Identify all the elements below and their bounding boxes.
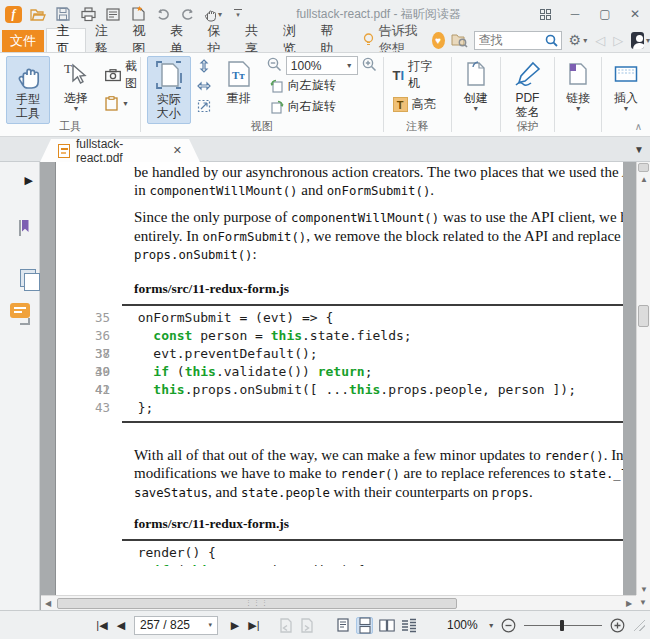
layout-switch-icon[interactable] (530, 3, 560, 25)
reflow-button[interactable]: Tт 重排 (217, 56, 261, 108)
scroll-right-icon[interactable]: ▶ (622, 599, 636, 608)
link-label: 链接 (566, 91, 590, 105)
clipboard-icon (105, 96, 118, 111)
search-icon[interactable] (545, 34, 561, 47)
window-title: fullstack-react.pdf - 福昕阅读器 (247, 6, 530, 23)
ribbon-group-link: 链接 ▼ (555, 53, 601, 136)
comments-panel-icon[interactable] (10, 303, 30, 325)
statusbar-zoom-caret[interactable]: ▼ (488, 622, 495, 629)
hand-quick-caret[interactable]: ▾ (218, 10, 222, 19)
next-view-icon[interactable] (299, 615, 314, 635)
highlight-button[interactable]: T 高亮 (390, 94, 439, 115)
zoom-in-icon[interactable] (362, 57, 377, 75)
more-tools-icon[interactable]: ▾ (229, 5, 247, 23)
vertical-scrollbar[interactable]: ▲ ▼ (636, 162, 650, 595)
first-page-button[interactable]: |◀ (92, 615, 112, 635)
redo-icon[interactable] (179, 5, 197, 23)
previous-page-button[interactable]: ◀ (112, 615, 130, 635)
minimize-icon[interactable]: ─ (560, 3, 590, 25)
gear-icon[interactable]: ⚙ (569, 32, 582, 48)
gear-caret[interactable]: ▾ (583, 36, 587, 45)
tab-close-icon[interactable]: ✕ (173, 144, 182, 157)
undo-icon[interactable] (154, 5, 172, 23)
code-listing: 69 render() {70 if (this.props.isLoading… (122, 539, 623, 566)
scroll-corner-down-icon[interactable]: ▼ (636, 595, 650, 610)
snapshot-button[interactable]: 截图 (102, 56, 140, 94)
history-forward-icon[interactable]: ▷ (613, 33, 623, 48)
window-resize-grip[interactable] (633, 619, 645, 631)
favorite-heart-icon[interactable]: ♥ (432, 32, 445, 49)
collapse-ribbon-icon[interactable]: ∧ (635, 121, 642, 132)
next-page-button[interactable]: ▶ (226, 615, 244, 635)
scroll-down-icon[interactable]: ▼ (637, 585, 650, 594)
zoom-out-icon[interactable] (267, 57, 282, 75)
save-icon[interactable] (54, 5, 72, 23)
group-label-tools: 工具 (0, 119, 140, 134)
rotate-left-button[interactable]: 向左旋转 (267, 75, 377, 96)
code-line: 35 onFormSubmit = (evt) => { (122, 309, 623, 327)
ribbon-tab-share[interactable]: 共享 (236, 28, 274, 52)
account-caret[interactable]: ▾ (646, 36, 650, 45)
zoom-combo[interactable]: 100% ▼ (286, 56, 358, 75)
continuous-facing-view-icon[interactable] (400, 617, 417, 634)
facing-view-icon[interactable] (378, 617, 395, 634)
ribbon-tab-home[interactable]: 主页 (46, 28, 86, 52)
last-page-button[interactable]: ▶| (244, 615, 264, 635)
bookmarks-panel-icon[interactable] (19, 221, 21, 235)
horizontal-scrollbar[interactable]: ◀ ⋮⋮⋮ ▶ (41, 595, 636, 610)
single-page-view-icon[interactable] (334, 617, 351, 634)
line-number: 42 (76, 381, 110, 399)
maximize-icon[interactable]: ▢ (590, 3, 620, 25)
close-icon[interactable]: ✕ (620, 3, 650, 25)
select-tool-button[interactable]: T 选择 ▼ (54, 56, 98, 115)
actual-size-button[interactable]: 实际 大小 (147, 56, 191, 124)
scroll-up-icon[interactable]: ▲ (637, 175, 650, 184)
typewriter-button[interactable]: TI 打字机 (390, 56, 445, 94)
scroll-left-icon[interactable]: ◀ (41, 599, 55, 608)
pdf-sign-button[interactable]: PDF 签名 (505, 56, 549, 122)
open-file-icon[interactable] (29, 5, 47, 23)
clipboard-button[interactable]: ▼ (102, 94, 140, 113)
zoom-out-button[interactable] (501, 615, 516, 635)
rotate-right-button[interactable]: 向右旋转 (267, 96, 377, 117)
insert-button[interactable]: 插入 ▼ (604, 56, 648, 115)
ribbon-tab-comment[interactable]: 注释 (86, 28, 124, 52)
print-icon[interactable] (79, 5, 97, 23)
hand-tool-button[interactable]: 手型 工具 (6, 56, 50, 124)
ribbon-tab-help[interactable]: 帮助 (311, 28, 349, 52)
zoom-slider-thumb[interactable] (560, 620, 564, 631)
search-folder-icon[interactable] (451, 33, 468, 47)
ribbon-group-create: 创建 ▼ (452, 53, 500, 136)
fit-visible-icon[interactable] (196, 98, 212, 114)
page-number-field[interactable]: 257 / 825 ▾ (134, 616, 218, 635)
tab-list-caret[interactable]: ▼ (634, 144, 644, 155)
link-button[interactable]: 链接 ▼ (556, 56, 600, 115)
ribbon-tab-protect[interactable]: 保护 (198, 28, 236, 52)
history-back-icon[interactable]: ◁ (595, 33, 605, 48)
zoom-in-button[interactable] (610, 615, 625, 635)
search-input[interactable] (475, 33, 545, 47)
email-icon[interactable] (104, 5, 122, 23)
vertical-scroll-thumb[interactable] (638, 305, 649, 327)
sidebar-expand-icon[interactable]: ▶ (25, 174, 33, 187)
continuous-view-icon[interactable] (356, 617, 373, 634)
hand-quick-icon[interactable]: ▾ (204, 5, 222, 23)
account-avatar[interactable] (631, 32, 644, 49)
create-pdf-icon[interactable] (129, 5, 147, 23)
ribbon-tab-form[interactable]: 表单 (161, 28, 199, 52)
ribbon-tab-browse[interactable]: 浏览 (274, 28, 312, 52)
horizontal-scroll-thumb[interactable]: ⋮⋮⋮ (57, 598, 457, 609)
document-tab[interactable]: fullstack-react.pdf ✕ (40, 139, 200, 162)
ribbon-tab-view[interactable]: 视图 (123, 28, 161, 52)
foxit-logo-icon[interactable]: f (5, 6, 22, 23)
fit-page-icon[interactable] (196, 78, 212, 94)
create-button[interactable]: 创建 ▼ (454, 56, 498, 115)
fit-width-icon[interactable] (196, 58, 212, 74)
scrollbar-split-handle[interactable] (638, 163, 649, 172)
pdf-page[interactable]: be handled by our asynchronous action cr… (56, 162, 623, 595)
zoom-slider[interactable] (524, 625, 602, 626)
previous-view-icon[interactable] (278, 615, 293, 635)
select-cursor-icon: T (63, 59, 89, 89)
file-menu-button[interactable]: 文件 (2, 30, 44, 52)
page-number-caret: ▾ (208, 621, 212, 629)
